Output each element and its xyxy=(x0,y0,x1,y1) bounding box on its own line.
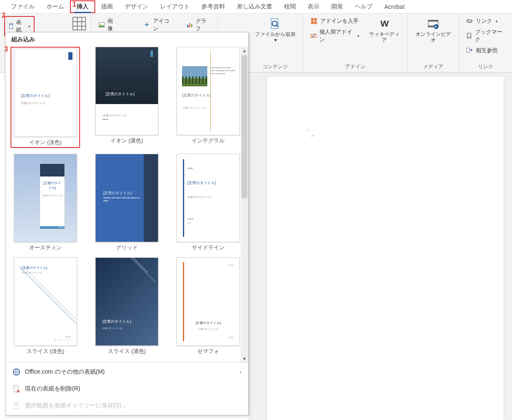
menu-help[interactable]: ヘルプ xyxy=(349,1,378,12)
menu-file[interactable]: ファイル xyxy=(5,1,40,12)
cover-ion-light[interactable]: [文書のタイトル] [文書のサブタイトル] イオン (淡色) xyxy=(11,47,80,148)
cover-page-gallery: 組み込み [文書のタイトル] [文書のサブタイトル] イオン (淡色) [文書の… xyxy=(5,32,249,415)
svg-rect-9 xyxy=(187,25,188,27)
more-covers-button[interactable]: Office.com のその他の表紙(M) › xyxy=(5,364,248,380)
menu-developer[interactable]: 開発 xyxy=(325,1,349,12)
paragraph-mark: ↵ xyxy=(311,134,314,138)
scroll-up-button[interactable]: ▲ xyxy=(241,47,248,54)
sparkle-icon xyxy=(143,21,150,29)
svg-rect-18 xyxy=(314,21,316,24)
page-icon xyxy=(8,23,14,29)
cover-slice-dark[interactable]: [文書のタイトル] [文書のサブタイトル] スライス (濃色) xyxy=(92,257,161,355)
document-canvas: ⌐ ↵ xyxy=(249,72,512,420)
cover-semaphore[interactable]: [日付] [文書のタイトル] [文書のサブタイトル] [名前] セマフォ xyxy=(174,257,243,355)
scroll-thumb[interactable] xyxy=(241,55,247,198)
svg-text:W: W xyxy=(380,19,389,28)
link-button[interactable]: リンク ▾ xyxy=(463,16,508,26)
menu-review[interactable]: 校閲 xyxy=(278,1,302,12)
svg-rect-10 xyxy=(189,23,190,27)
cover-sideline[interactable]: [■■■] [文書のタイトル] [文書のサブタイトル] [■■■■] [■■] … xyxy=(174,154,243,251)
chart-button[interactable]: グラフ xyxy=(184,16,213,34)
menu-view[interactable]: 表示 xyxy=(302,1,325,12)
svg-rect-25 xyxy=(466,48,470,53)
cover-austin[interactable]: [文書のタイトル] [文書のサブタイトル] Name オースティン xyxy=(11,154,80,251)
menu-acrobat[interactable]: Acrobat xyxy=(378,2,410,12)
group-contents-label: コンテンツ xyxy=(252,62,299,70)
wikipedia-icon: W xyxy=(378,18,390,29)
svg-rect-15 xyxy=(311,18,314,21)
menu-layout[interactable]: レイアウト xyxy=(154,1,196,12)
my-addins-icon xyxy=(310,32,317,40)
chevron-down-icon: ▾ xyxy=(28,24,30,29)
group-media-label: メディア xyxy=(412,62,454,70)
save-selection-button: 選択範囲を表紙ギャラリーに保存(S)... xyxy=(5,397,248,414)
group-links-label: リンク xyxy=(463,62,508,70)
svg-rect-2 xyxy=(73,17,86,30)
scroll-down-button[interactable]: ▼ xyxy=(241,355,248,362)
annotation-2: 2 xyxy=(2,12,5,19)
addins-store-icon xyxy=(310,17,318,25)
cover-ion-dark[interactable]: [文書のタイトル] [文書のサブタイトル] ■■■■ イオン (濃色) xyxy=(92,47,161,148)
svg-rect-22 xyxy=(428,20,438,22)
bookmark-icon xyxy=(466,32,473,40)
cover-grid[interactable]: [文書のタイトル] ■■■■■■ ■■■ ■■■■ ■■■■ ■■ ■■■■■ … xyxy=(92,154,161,251)
gallery-footer: Office.com のその他の表紙(M) › 現在の表紙を削除(R) 選択範囲… xyxy=(5,362,248,415)
video-icon xyxy=(427,18,439,29)
menu-references[interactable]: 参考資料 xyxy=(196,1,231,12)
svg-rect-17 xyxy=(311,21,314,24)
file-reuse-icon xyxy=(269,18,281,29)
svg-rect-11 xyxy=(191,24,193,27)
annotation-3: 3 xyxy=(4,45,8,53)
chart-icon xyxy=(186,21,193,29)
gallery-header: 組み込み xyxy=(5,32,248,47)
wikipedia-button[interactable]: W ウィキペディア xyxy=(365,16,403,45)
svg-rect-16 xyxy=(314,18,316,21)
menu-mailings[interactable]: 差し込み文書 xyxy=(231,1,278,12)
image-button[interactable]: 画像 xyxy=(96,16,120,34)
image-icon xyxy=(98,21,105,29)
svg-rect-1 xyxy=(10,24,12,24)
get-addins-button[interactable]: アドインを入手 xyxy=(308,16,362,26)
bookmark-button[interactable]: ブックマーク xyxy=(463,27,508,45)
menu-draw[interactable]: 描画 xyxy=(95,1,119,12)
cover-slice-light[interactable]: [文書のタイトル] [文書のサブタイトル] [日付] [■—■のタイトル] スラ… xyxy=(11,257,80,355)
table-icon[interactable] xyxy=(72,16,87,31)
my-addins-button[interactable]: 個人用アドイン ▾ xyxy=(308,27,362,45)
link-icon xyxy=(466,17,473,25)
cover-integral[interactable]: ■■■ ■■■■■■ ■■ ■■■■ ■■■■ ■■ ■■■■■ ■■■ ■■■… xyxy=(174,47,243,148)
menubar: ファイル ホーム 挿入 描画 デザイン レイアウト 参考資料 差し込み文書 校閲… xyxy=(0,0,512,13)
menu-design[interactable]: デザイン xyxy=(119,1,154,12)
cross-ref-button[interactable]: 相互参照 xyxy=(463,45,508,56)
document-page[interactable]: ⌐ ↵ xyxy=(267,77,504,420)
delete-page-icon xyxy=(12,385,21,393)
annotation-1: 1 xyxy=(72,1,76,8)
icon-button[interactable]: アイコン xyxy=(141,16,175,34)
svg-rect-31 xyxy=(15,403,18,404)
chevron-right-icon: › xyxy=(239,369,241,375)
globe-icon xyxy=(12,368,21,376)
save-gallery-icon xyxy=(12,401,21,410)
group-addins-label: アドイン xyxy=(308,62,403,70)
online-video-button[interactable]: オンラインビデオ xyxy=(412,16,454,45)
gallery-scrollbar[interactable]: ▲ ▼ xyxy=(241,47,248,362)
page-margin-corner: ⌐ xyxy=(307,127,310,132)
menu-home[interactable]: ホーム xyxy=(40,1,70,12)
file-reuse-button[interactable]: ファイルから追加 ▾ xyxy=(252,16,299,45)
remove-cover-button[interactable]: 現在の表紙を削除(R) xyxy=(5,380,248,397)
cross-ref-icon xyxy=(466,47,473,54)
